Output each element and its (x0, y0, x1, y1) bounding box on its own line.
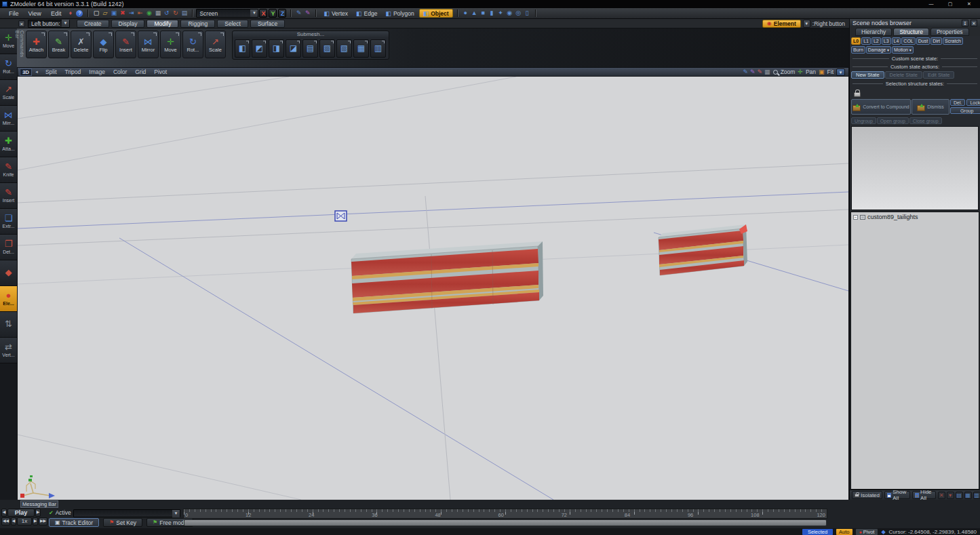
panel-tool-icon[interactable]: ▾ (947, 492, 954, 499)
submesh-tool-button[interactable]: ▧ (336, 39, 352, 58)
viewport-menu-item[interactable]: Pivot (150, 68, 171, 75)
close-button[interactable]: ✕ (960, 1, 978, 7)
state-button[interactable]: Scratch (943, 37, 963, 45)
submesh-tool-button[interactable]: ◨ (269, 39, 284, 58)
ribbon-tab[interactable]: Surface (250, 20, 285, 28)
tool-button[interactable]: ✚ Atta... (0, 132, 17, 157)
helper-node-icon[interactable] (335, 211, 347, 221)
set-key-button[interactable]: ⚑ Set Key (103, 518, 142, 527)
state-button[interactable]: Dust (916, 37, 930, 45)
tree-row[interactable]: − custom89_tailights (851, 212, 979, 222)
chevron-down-icon[interactable]: ▼ (172, 510, 180, 517)
selection-mode-button[interactable]: ◧ Polygon (382, 9, 417, 18)
menu-item[interactable]: File (4, 10, 24, 17)
group-action-button[interactable]: Open group (877, 117, 909, 124)
submesh-tool-button[interactable]: ▤ (302, 39, 318, 58)
pan-label[interactable]: Pan (806, 68, 816, 75)
active-toggle[interactable]: ✔ Active (49, 509, 71, 516)
command-button[interactable]: ↗ Scale (205, 31, 226, 58)
toolbar-icon[interactable]: ▤ (180, 9, 189, 18)
rewind-button[interactable]: ◀◀ (1, 517, 10, 526)
ribbon-tab[interactable]: Display (111, 20, 145, 28)
del-button[interactable]: Del. (950, 99, 965, 106)
tool-button[interactable]: ⋈ Mirr... (0, 106, 17, 132)
viewport-tool-icon[interactable]: ✎ (750, 68, 756, 76)
selection-mode-button[interactable]: ◧ Vertex (320, 9, 351, 18)
state-button[interactable]: L1 (861, 37, 871, 45)
primitive-shape-icon[interactable]: ▲ (470, 9, 479, 18)
command-button[interactable]: ✎ Insert (115, 31, 136, 58)
tool-button[interactable]: ↗ Scale (0, 80, 17, 106)
viewport-menu-item[interactable]: Tripod (61, 68, 85, 75)
chevron-down-icon[interactable]: ▼ (250, 9, 258, 17)
collapse-arrow-icon[interactable]: ◄ (35, 70, 39, 74)
draw-icon[interactable]: ✎ (294, 9, 303, 18)
submesh-tool-button[interactable]: ▦ (353, 39, 369, 58)
selection-mode-button[interactable]: ◧ Object (419, 9, 453, 18)
viewport-menu-item[interactable]: Color (109, 68, 131, 75)
play-button[interactable]: Play (7, 509, 35, 517)
primitive-shape-icon[interactable]: ● (461, 9, 470, 18)
panel-tool-icon[interactable]: ▦ (964, 492, 972, 499)
messaging-bar-tab[interactable]: Messaging Bar (20, 500, 58, 508)
tool-button[interactable]: ✎ Knife (0, 157, 17, 183)
speed-button[interactable]: 1x (17, 517, 32, 526)
chevron-down-icon[interactable]: ▼ (836, 68, 845, 76)
state-button[interactable]: COL (901, 37, 915, 45)
tool-button[interactable]: ◆ (0, 260, 17, 286)
viewport-tool-icon[interactable]: ▦ (764, 68, 770, 76)
submesh-tool-button[interactable]: ▨ (319, 39, 335, 58)
help-icon[interactable]: ? (76, 10, 83, 17)
submesh-tool-button[interactable]: ◩ (252, 39, 267, 58)
show-all-button[interactable]: Show All (884, 491, 910, 499)
left-button-combo[interactable]: Left button: ▼ (28, 20, 70, 28)
toolbar-icon[interactable]: ✖ (118, 9, 127, 18)
tool-button[interactable]: ✎ Insert (0, 183, 17, 209)
ribbon-tab[interactable]: Rigging (180, 20, 215, 28)
panel-tool-icon[interactable]: ▥ (973, 492, 980, 499)
toolbar-icon[interactable]: ▣ (109, 9, 118, 18)
panel-tab[interactable]: Hierarchy (855, 28, 892, 36)
minimize-button[interactable]: — (922, 1, 940, 7)
command-button[interactable]: ✗ Delete (71, 31, 92, 58)
state-button[interactable]: L0 (851, 37, 861, 45)
primitive-shape-icon[interactable]: ✦ (496, 9, 505, 18)
pan-icon[interactable]: ✛ (798, 68, 803, 76)
group-action-button[interactable]: Close group (909, 117, 942, 124)
submesh-tool-button[interactable]: ◪ (286, 39, 301, 58)
close-panel-icon[interactable]: ✕ (971, 20, 977, 26)
fit-icon[interactable]: ▣ (819, 68, 825, 76)
timeline-ruler[interactable]: 01224364860728496108120 (183, 509, 827, 519)
convert-to-compound-button[interactable]: Convert to Compound (851, 99, 911, 115)
close-ribbon-icon[interactable]: ✕ (18, 20, 25, 27)
state-button[interactable]: Damage (866, 46, 891, 54)
dismiss-button[interactable]: Dismiss (912, 99, 949, 115)
toolbar-icon[interactable]: ↺ (162, 9, 171, 18)
toolbar-icon[interactable]: ▦ (153, 9, 162, 18)
panel-tool-icon[interactable]: ▤ (956, 492, 963, 499)
state-button[interactable]: Motion (892, 46, 914, 54)
taillight-object-left[interactable] (351, 241, 543, 313)
chevron-down-icon[interactable]: ▼ (62, 20, 69, 27)
isolated-button[interactable]: Isolated (852, 491, 882, 499)
toolbar-icon[interactable]: ◉ (144, 9, 153, 18)
group-button[interactable]: Group (950, 107, 980, 114)
to-end-button[interactable]: ▶ (35, 509, 41, 517)
to-start-button[interactable]: ◀ (1, 509, 7, 517)
states-list-box[interactable] (851, 126, 979, 210)
primitive-shape-icon[interactable]: ▮ (488, 9, 496, 18)
viewport-menu-item[interactable]: Split (41, 68, 61, 75)
license-icon[interactable]: ♦ (66, 9, 75, 18)
toolbar-icon[interactable]: ▱ (100, 9, 109, 18)
state-button[interactable]: L2 (871, 37, 881, 45)
viewport-menu-item[interactable]: Image (85, 68, 109, 75)
step-forward-button[interactable]: ▶ (33, 517, 38, 526)
state-action-button[interactable]: Delete State (885, 71, 922, 79)
zoom-label[interactable]: Zoom (781, 68, 796, 75)
command-button[interactable]: ◆ Flip (93, 31, 114, 58)
node-label[interactable]: custom89_tailights (867, 214, 918, 220)
expand-icon[interactable]: − (853, 215, 858, 220)
axis-button[interactable]: Z (278, 9, 286, 18)
chevron-down-icon[interactable]: ▼ (803, 20, 810, 28)
pin-icon[interactable]: ↧ (962, 20, 968, 26)
